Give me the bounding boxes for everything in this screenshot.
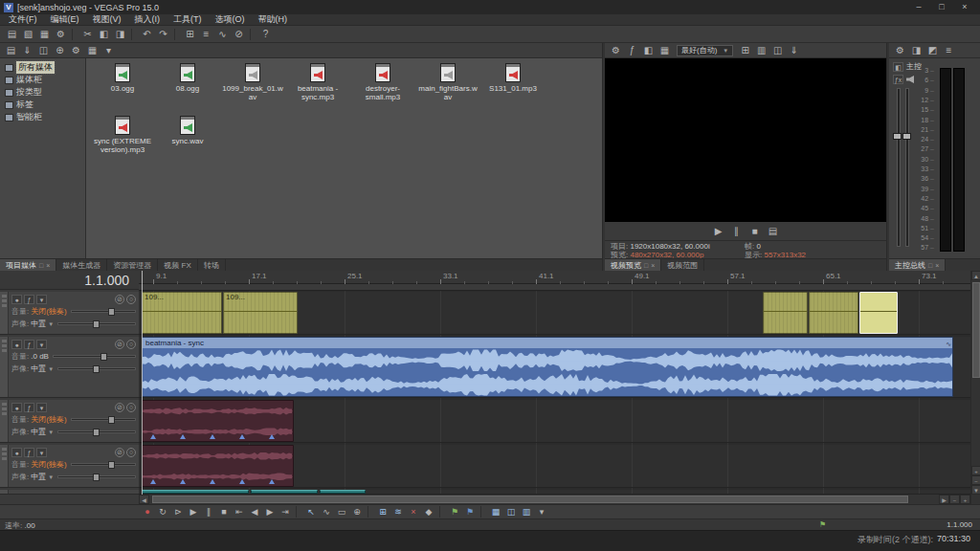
preview-menu-button[interactable]: ▤ bbox=[765, 224, 781, 238]
track-header-1[interactable]: ●ƒ▾⊘○音量:关闭(独奏)声像:中置▼ bbox=[0, 292, 139, 335]
track-automation-icon[interactable]: ▾ bbox=[36, 403, 47, 412]
normal-edit-tool-button[interactable]: ↖ bbox=[303, 506, 319, 518]
media-tab-4[interactable]: 视频 FX bbox=[158, 259, 197, 271]
enable-snapping-button[interactable]: ⊞ bbox=[182, 27, 198, 41]
envelope-point[interactable] bbox=[269, 434, 275, 439]
preview-pause-button[interactable]: ∥ bbox=[728, 224, 745, 238]
vscrollbar-thumb[interactable] bbox=[972, 282, 980, 378]
track-arm-icon[interactable]: ● bbox=[11, 295, 22, 304]
insert-marker-button[interactable]: ⚑ bbox=[447, 506, 462, 518]
media-files-grid[interactable]: 03.ogg08.ogg1099_break_01.wavbeatmania -… bbox=[86, 58, 602, 258]
media-file[interactable]: main_fightBars.wav bbox=[417, 63, 479, 101]
zoom-out-button[interactable]: − bbox=[949, 495, 960, 504]
volume-slider-thumb[interactable] bbox=[108, 416, 115, 424]
preview-stop-button[interactable]: ■ bbox=[746, 224, 763, 238]
track-mute-button[interactable]: ⊘ bbox=[115, 340, 124, 349]
selection-edit-tool-button[interactable]: ▭ bbox=[334, 506, 349, 518]
track-solo-button[interactable]: ○ bbox=[126, 448, 136, 457]
enable-snapping-button[interactable]: ⊞ bbox=[375, 506, 390, 518]
next-frame-button[interactable]: ▶ bbox=[262, 506, 278, 518]
preview-tab-1[interactable]: 视频预览□× bbox=[605, 259, 661, 271]
zoom-in-button[interactable]: + bbox=[960, 495, 970, 504]
volume-slider[interactable] bbox=[71, 418, 136, 421]
track-automation-icon[interactable]: ▾ bbox=[36, 340, 47, 349]
track-fx-icon[interactable]: ƒ bbox=[24, 295, 34, 304]
preview-quality-button[interactable]: ▦ bbox=[657, 43, 673, 57]
ignore-event-grouping-button[interactable]: ⊘ bbox=[231, 27, 247, 41]
timeline-event[interactable] bbox=[809, 292, 858, 334]
track-grip[interactable] bbox=[0, 292, 9, 334]
envelope-point[interactable] bbox=[239, 479, 245, 484]
split-screen-view-button[interactable]: ◧ bbox=[640, 43, 657, 57]
track-fx-icon[interactable]: ƒ bbox=[24, 403, 34, 412]
master-fader-thumb-right[interactable] bbox=[902, 133, 911, 140]
safe-areas-button[interactable]: ▥ bbox=[753, 43, 769, 57]
master-fx-button[interactable]: ƒx bbox=[893, 75, 903, 84]
insert-region-button[interactable]: ⚑ bbox=[462, 506, 478, 518]
track-lane-1[interactable]: 109...109... bbox=[139, 292, 970, 335]
views-arrow-button[interactable]: ▾ bbox=[100, 43, 117, 57]
track-grip[interactable] bbox=[0, 445, 9, 487]
playback-cursor[interactable] bbox=[142, 271, 143, 495]
envelope-point[interactable] bbox=[150, 479, 156, 484]
track-arm-icon[interactable]: ● bbox=[11, 403, 22, 412]
timeline-ruler[interactable]: 9.117.125.133.141.149.157.165.173.1 bbox=[139, 271, 970, 284]
paste-button[interactable]: ◨ bbox=[112, 27, 128, 41]
track-mute-button[interactable]: ⊘ bbox=[115, 295, 124, 304]
media-tab-1[interactable]: 项目媒体□× bbox=[0, 259, 56, 271]
loop-playback-button[interactable]: ↻ bbox=[155, 506, 170, 518]
bin-item-1[interactable]: 所有媒体 bbox=[0, 61, 85, 74]
media-file[interactable]: sync (EXTREME version).mp3 bbox=[92, 116, 153, 154]
views-button[interactable]: ▦ bbox=[84, 43, 100, 57]
new-bin-button[interactable]: ▤ bbox=[3, 43, 19, 57]
track-grip[interactable] bbox=[0, 400, 9, 442]
downmix-output-button[interactable]: ◨ bbox=[908, 43, 924, 57]
track-grip[interactable] bbox=[0, 337, 9, 397]
marker-bar[interactable] bbox=[139, 284, 970, 291]
project-properties-button[interactable]: ⚙ bbox=[53, 27, 69, 41]
redo-button[interactable]: ↷ bbox=[155, 27, 171, 41]
volume-slider-thumb[interactable] bbox=[108, 461, 115, 469]
track-fx-icon[interactable]: ƒ bbox=[24, 340, 34, 349]
media-file[interactable]: 1099_break_01.wav bbox=[222, 63, 283, 101]
track-fx-icon[interactable]: ƒ bbox=[24, 448, 34, 457]
pan-slider-thumb[interactable] bbox=[93, 365, 100, 373]
track-arm-icon[interactable]: ● bbox=[11, 448, 22, 457]
track-lane-3[interactable] bbox=[139, 400, 970, 443]
record-button[interactable]: ● bbox=[140, 506, 155, 518]
timeline-event[interactable]: beatmania - sync∿ bbox=[142, 337, 953, 397]
media-tab-5[interactable]: 转场 bbox=[198, 259, 226, 271]
timeline-event[interactable] bbox=[142, 400, 294, 442]
media-file[interactable]: beatmania - sync.mp3 bbox=[287, 63, 348, 101]
pan-dropdown-icon[interactable]: ▼ bbox=[48, 474, 54, 480]
float-window-icon[interactable]: □ bbox=[928, 262, 932, 269]
master-properties-button[interactable]: ⚙ bbox=[892, 43, 908, 57]
pan-slider[interactable] bbox=[57, 322, 136, 325]
scroll-right-button[interactable]: ▶ bbox=[939, 495, 949, 504]
timeline-event[interactable] bbox=[763, 292, 808, 334]
track-header-3[interactable]: ●ƒ▾⊘○音量:关闭(独奏)声像:中置▼ bbox=[0, 400, 139, 443]
pan-dropdown-icon[interactable]: ▼ bbox=[48, 430, 54, 435]
timeline-event[interactable] bbox=[320, 490, 366, 494]
bin-item-4[interactable]: 标签 bbox=[0, 99, 85, 111]
track-arm-icon[interactable]: ● bbox=[11, 340, 22, 349]
video-output-fx-button[interactable]: ƒ bbox=[624, 43, 640, 57]
bin-item-3[interactable]: 按类型 bbox=[0, 86, 85, 99]
pan-slider-thumb[interactable] bbox=[93, 320, 100, 328]
pause-button[interactable]: ∥ bbox=[201, 506, 216, 518]
trimmer-window-button[interactable]: ▥ bbox=[519, 506, 534, 518]
lock-envelopes-button[interactable]: ∿ bbox=[214, 27, 231, 41]
meter-options-button[interactable]: ≡ bbox=[941, 43, 957, 57]
envelope-point[interactable] bbox=[210, 434, 215, 439]
auto-ripple-button[interactable]: ≋ bbox=[390, 506, 406, 518]
media-file[interactable]: 08.ogg bbox=[157, 63, 218, 93]
hscrollbar-thumb[interactable] bbox=[152, 496, 908, 503]
track-solo-button[interactable]: ○ bbox=[126, 295, 136, 304]
pan-slider[interactable] bbox=[57, 475, 136, 478]
volume-slider[interactable] bbox=[71, 310, 136, 313]
preview-quality-dropdown[interactable]: 最好(自动) ▼ bbox=[677, 45, 733, 56]
bin-item-5[interactable]: 智能柜 bbox=[0, 111, 85, 123]
media-properties-button[interactable]: ⚙ bbox=[68, 43, 84, 57]
volume-slider-thumb[interactable] bbox=[108, 308, 115, 316]
lock-envelopes-button[interactable]: ◆ bbox=[421, 506, 436, 518]
